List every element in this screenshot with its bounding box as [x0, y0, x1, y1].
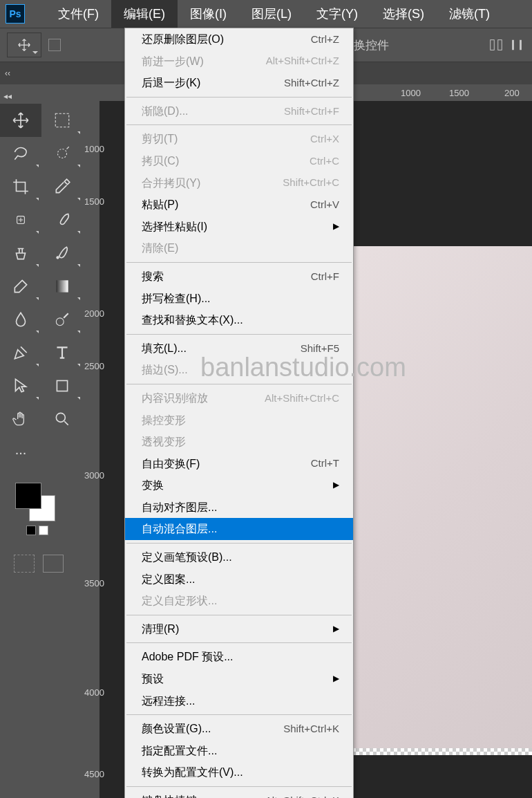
- menubar-item-0[interactable]: 文件(F): [46, 0, 111, 28]
- marquee-tool[interactable]: [41, 104, 83, 137]
- menubar-item-2[interactable]: 图像(I): [178, 0, 239, 28]
- menu-separator: [126, 714, 352, 715]
- menubar-item-6[interactable]: 滤镜(T): [437, 0, 502, 28]
- menu-item-32[interactable]: 清理(R)▶: [125, 618, 353, 640]
- menu-item-38[interactable]: 颜色设置(G)...Shift+Ctrl+K: [125, 718, 353, 740]
- menu-item-label: 渐隐(D)...: [142, 102, 189, 120]
- menu-item-24[interactable]: 变换▶: [125, 474, 353, 497]
- menu-shortcut: Alt+Shift+Ctrl+Z: [266, 53, 339, 69]
- align-icon[interactable]: [488, 37, 504, 53]
- eraser-tool[interactable]: [0, 270, 41, 303]
- menu-item-10[interactable]: 选择性粘贴(I)▶: [125, 216, 353, 238]
- menu-item-8: 合并拷贝(Y)Shift+Ctrl+C: [125, 172, 353, 194]
- menu-item-label: 查找和替换文本(X)...: [142, 311, 243, 329]
- menu-item-label: 拷贝(C): [142, 152, 179, 170]
- menu-item-label: 变换: [142, 476, 164, 494]
- menu-shortcut: Shift+Ctrl+Z: [284, 75, 339, 91]
- menu-item-39[interactable]: 指定配置文件...: [125, 740, 353, 762]
- toolbox-collapse-icon[interactable]: ◂◂: [0, 91, 15, 101]
- svg-point-3: [58, 149, 67, 158]
- move-tool[interactable]: [0, 104, 41, 137]
- brush-tool[interactable]: [41, 203, 83, 236]
- svg-point-9: [56, 413, 65, 422]
- lasso-tool[interactable]: [0, 137, 41, 170]
- distribute-icon[interactable]: [509, 37, 525, 53]
- menu-item-label: 透视变形: [142, 433, 186, 451]
- collapse-icon[interactable]: ‹‹: [0, 68, 15, 78]
- clone-tool[interactable]: [0, 236, 41, 270]
- menu-item-9[interactable]: 粘贴(P)Ctrl+V: [125, 194, 353, 216]
- quick-mask-icon[interactable]: [14, 555, 35, 573]
- svg-point-7: [56, 318, 64, 326]
- menu-shortcut: Shift+Ctrl+C: [283, 174, 339, 191]
- edit-toolbar[interactable]: ···: [0, 436, 41, 469]
- menubar-item-5[interactable]: 选择(S): [370, 0, 437, 28]
- menu-item-29[interactable]: 定义图案...: [125, 568, 353, 591]
- menu-item-34[interactable]: Adobe PDF 预设...: [125, 646, 353, 668]
- hand-tool[interactable]: [0, 402, 41, 436]
- shape-tool[interactable]: [41, 369, 83, 402]
- menu-item-42[interactable]: 键盘快捷键...Alt+Shift+Ctrl+K: [125, 790, 353, 798]
- menubar-item-4[interactable]: 文字(Y): [304, 0, 370, 28]
- menu-item-28[interactable]: 定义画笔预设(B)...: [125, 546, 353, 568]
- menu-item-35[interactable]: 预设▶: [125, 668, 353, 690]
- swap-colors-icon[interactable]: [15, 526, 83, 535]
- menu-item-label: 合并拷贝(Y): [142, 174, 200, 192]
- zoom-tool[interactable]: [41, 402, 83, 436]
- menu-item-25[interactable]: 自动对齐图层...: [125, 497, 353, 519]
- dodge-tool[interactable]: [41, 303, 83, 336]
- menubar-item-1[interactable]: 编辑(E): [111, 0, 178, 28]
- menu-item-7: 拷贝(C)Ctrl+C: [125, 150, 353, 172]
- vertical-ruler: 1000 1500 2000 2500 3000 3500 4000 4500: [83, 101, 99, 798]
- menubar-item-3[interactable]: 图层(L): [239, 0, 304, 28]
- menu-item-2[interactable]: 后退一步(K)Shift+Ctrl+Z: [125, 72, 353, 94]
- svg-rect-2: [55, 113, 69, 127]
- foreground-color[interactable]: [15, 483, 41, 509]
- eyedropper-tool[interactable]: [41, 170, 83, 203]
- menu-item-label: 定义自定形状...: [142, 592, 217, 610]
- menu-item-36[interactable]: 远程连接...: [125, 690, 353, 712]
- menu-item-15[interactable]: 查找和替换文本(X)...: [125, 309, 353, 331]
- path-select-tool[interactable]: [0, 369, 41, 402]
- menu-separator: [126, 642, 352, 643]
- menu-item-40[interactable]: 转换为配置文件(V)...: [125, 761, 353, 783]
- menu-item-label: 转换为配置文件(V)...: [142, 763, 243, 781]
- history-brush-tool[interactable]: [41, 236, 83, 270]
- healing-tool[interactable]: [0, 203, 41, 236]
- menu-item-label: 指定配置文件...: [142, 742, 217, 760]
- quick-select-tool[interactable]: [41, 137, 83, 170]
- blur-tool[interactable]: [0, 303, 41, 336]
- image-canvas[interactable]: [345, 246, 532, 750]
- menu-item-21: 操控变形: [125, 409, 353, 432]
- crop-tool[interactable]: [0, 170, 41, 203]
- menu-item-6: 剪切(T)Ctrl+X: [125, 128, 353, 150]
- menu-item-11: 清除(E): [125, 237, 353, 259]
- edit-menu-dropdown: 还原删除图层(O)Ctrl+Z前进一步(W)Alt+Shift+Ctrl+Z后退…: [124, 28, 354, 798]
- gradient-tool[interactable]: [41, 270, 83, 303]
- menu-item-1: 前进一步(W)Alt+Shift+Ctrl+Z: [125, 50, 353, 73]
- menu-item-0[interactable]: 还原删除图层(O)Ctrl+Z: [125, 28, 353, 50]
- menu-shortcut: Ctrl+X: [310, 131, 339, 147]
- menu-item-label: 清除(E): [142, 239, 178, 257]
- type-tool[interactable]: [41, 336, 83, 369]
- transparency-area: [345, 748, 532, 755]
- auto-select-checkbox[interactable]: [48, 39, 61, 51]
- submenu-arrow-icon: ▶: [333, 479, 339, 492]
- menu-separator: [126, 124, 352, 125]
- menu-item-26[interactable]: 自动混合图层...: [125, 518, 353, 540]
- menu-separator: [126, 262, 352, 263]
- menu-item-22: 透视变形: [125, 431, 353, 453]
- menu-item-label: 自动混合图层...: [142, 520, 217, 538]
- menu-item-20: 内容识别缩放Alt+Shift+Ctrl+C: [125, 387, 353, 409]
- menu-item-label: 颜色设置(G)...: [142, 720, 211, 738]
- submenu-arrow-icon: ▶: [333, 672, 339, 685]
- tool-preset-picker[interactable]: [7, 33, 41, 57]
- menu-item-14[interactable]: 拼写检查(H)...: [125, 288, 353, 310]
- screen-mode-icon[interactable]: [43, 555, 64, 573]
- menu-separator: [126, 334, 352, 335]
- pen-tool[interactable]: [0, 336, 41, 369]
- svg-rect-1: [498, 40, 502, 50]
- menu-item-23[interactable]: 自由变换(F)Ctrl+T: [125, 453, 353, 475]
- menu-item-label: 预设: [142, 670, 164, 688]
- menu-item-13[interactable]: 搜索Ctrl+F: [125, 266, 353, 288]
